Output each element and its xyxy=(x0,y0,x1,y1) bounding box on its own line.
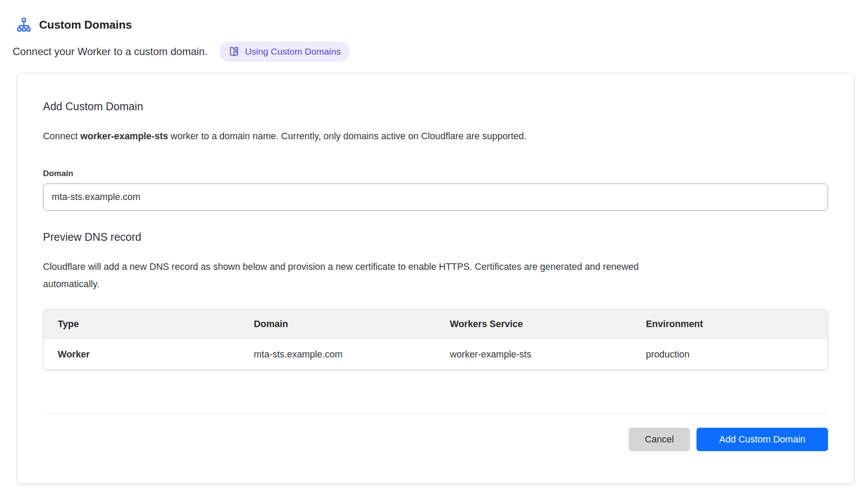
add-custom-domain-button[interactable]: Add Custom Domain xyxy=(696,428,828,451)
card-heading: Add Custom Domain xyxy=(43,100,828,113)
docs-link-using-custom-domains[interactable]: Using Custom Domains xyxy=(219,42,350,62)
page-subtitle-row: Connect your Worker to a custom domain. … xyxy=(13,42,868,62)
table-cell-environment: production xyxy=(632,349,828,360)
card-actions: Cancel Add Custom Domain xyxy=(43,428,828,451)
book-open-icon xyxy=(228,46,240,57)
intro-suffix: worker to a domain name. Currently, only… xyxy=(168,131,526,141)
footer-divider xyxy=(43,413,828,414)
table-cell-type: Worker xyxy=(43,349,240,360)
card-intro: Connect worker-example-sts worker to a d… xyxy=(43,131,828,142)
table-header-environment: Environment xyxy=(632,319,828,330)
domain-field-label: Domain xyxy=(43,169,828,178)
add-custom-domain-card: Add Custom Domain Connect worker-example… xyxy=(17,73,855,484)
preview-dns-description: Cloudflare will add a new DNS record as … xyxy=(43,258,681,293)
cancel-button[interactable]: Cancel xyxy=(629,428,690,451)
page-subtitle: Connect your Worker to a custom domain. xyxy=(13,46,208,58)
table-header-domain: Domain xyxy=(240,319,436,330)
dns-preview-table: Type Domain Workers Service Environment … xyxy=(43,309,828,370)
table-row: Worker mta-sts.example.com worker-exampl… xyxy=(43,339,828,370)
intro-prefix: Connect xyxy=(43,131,80,141)
table-header-type: Type xyxy=(43,319,240,330)
custom-domains-page: Custom Domains Connect your Worker to a … xyxy=(0,0,868,484)
table-cell-domain: mta-sts.example.com xyxy=(240,349,436,360)
docs-link-label: Using Custom Domains xyxy=(245,46,341,57)
page-title: Custom Domains xyxy=(39,18,132,32)
table-header-workers-service: Workers Service xyxy=(436,319,632,330)
sitemap-icon xyxy=(17,17,31,32)
table-header-row: Type Domain Workers Service Environment xyxy=(43,310,828,339)
worker-name: worker-example-sts xyxy=(80,131,168,141)
domain-input[interactable] xyxy=(43,183,828,211)
preview-dns-heading: Preview DNS record xyxy=(43,231,828,243)
page-header: Custom Domains xyxy=(17,16,868,33)
table-cell-workers-service: worker-example-sts xyxy=(436,349,632,360)
